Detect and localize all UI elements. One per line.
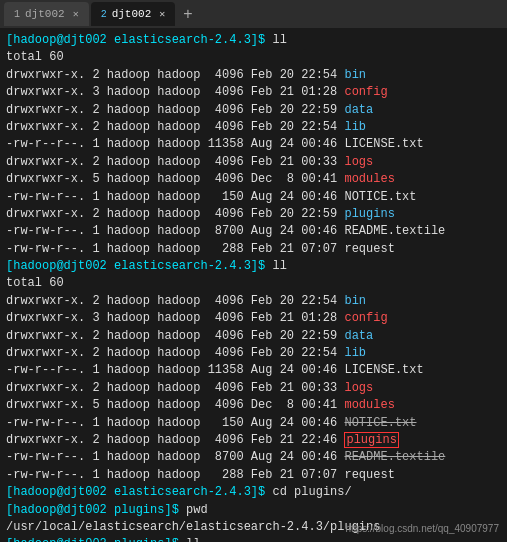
terminal-line: drwxrwxr-x. 5 hadoop hadoop 4096 Dec 8 0…	[6, 171, 501, 188]
tab-1[interactable]: 1 djt002 ✕	[4, 2, 89, 26]
terminal-line: -rw-rw-r--. 1 hadoop hadoop 288 Feb 21 0…	[6, 241, 501, 258]
terminal-line: -rw-r--r--. 1 hadoop hadoop 11358 Aug 24…	[6, 136, 501, 153]
terminal-line: -rw-rw-r--. 1 hadoop hadoop 150 Aug 24 0…	[6, 189, 501, 206]
tab-1-label: djt002	[25, 8, 65, 20]
new-tab-button[interactable]: +	[177, 6, 198, 22]
terminal-line: -rw-rw-r--. 1 hadoop hadoop 8700 Aug 24 …	[6, 449, 501, 466]
terminal-line: drwxrwxr-x. 5 hadoop hadoop 4096 Dec 8 0…	[6, 397, 501, 414]
terminal-line: drwxrwxr-x. 2 hadoop hadoop 4096 Feb 20 …	[6, 328, 501, 345]
terminal-line: -rw-rw-r--. 1 hadoop hadoop 8700 Aug 24 …	[6, 223, 501, 240]
terminal-line: drwxrwxr-x. 3 hadoop hadoop 4096 Feb 21 …	[6, 84, 501, 101]
tab-2[interactable]: 2 djt002 ✕	[91, 2, 176, 26]
watermark: https://blog.csdn.net/qq_40907977	[346, 522, 499, 537]
terminal-line: -rw-rw-r--. 1 hadoop hadoop 150 Aug 24 0…	[6, 415, 501, 432]
terminal-line: [hadoop@djt002 plugins]$ ll	[6, 536, 501, 542]
terminal-line: drwxrwxr-x. 2 hadoop hadoop 4096 Feb 21 …	[6, 380, 501, 397]
terminal-line: [hadoop@djt002 elasticsearch-2.4.3]$ ll	[6, 32, 501, 49]
tab-2-close-icon[interactable]: ✕	[159, 8, 165, 20]
terminal-line: drwxrwxr-x. 2 hadoop hadoop 4096 Feb 21 …	[6, 432, 501, 449]
terminal-line: total 60	[6, 275, 501, 292]
terminal-line: -rw-rw-r--. 1 hadoop hadoop 288 Feb 21 0…	[6, 467, 501, 484]
terminal-line: drwxrwxr-x. 3 hadoop hadoop 4096 Feb 21 …	[6, 310, 501, 327]
terminal-line: [hadoop@djt002 elasticsearch-2.4.3]$ cd …	[6, 484, 501, 501]
terminal-line: drwxrwxr-x. 2 hadoop hadoop 4096 Feb 21 …	[6, 154, 501, 171]
tab-2-number: 2	[101, 9, 107, 20]
terminal-line: drwxrwxr-x. 2 hadoop hadoop 4096 Feb 20 …	[6, 119, 501, 136]
tab-1-number: 1	[14, 9, 20, 20]
terminal-line: -rw-r--r--. 1 hadoop hadoop 11358 Aug 24…	[6, 362, 501, 379]
terminal-window: 1 djt002 ✕ 2 djt002 ✕ + [hadoop@djt002 e…	[0, 0, 507, 542]
tab-bar: 1 djt002 ✕ 2 djt002 ✕ +	[0, 0, 507, 28]
tab-1-close-icon[interactable]: ✕	[73, 8, 79, 20]
terminal-line: drwxrwxr-x. 2 hadoop hadoop 4096 Feb 20 …	[6, 102, 501, 119]
terminal-line: drwxrwxr-x. 2 hadoop hadoop 4096 Feb 20 …	[6, 206, 501, 223]
terminal-line: [hadoop@djt002 elasticsearch-2.4.3]$ ll	[6, 258, 501, 275]
terminal-line: [hadoop@djt002 plugins]$ pwd	[6, 502, 501, 519]
terminal-line: total 60	[6, 49, 501, 66]
terminal-line: drwxrwxr-x. 2 hadoop hadoop 4096 Feb 20 …	[6, 67, 501, 84]
terminal-line: drwxrwxr-x. 2 hadoop hadoop 4096 Feb 20 …	[6, 293, 501, 310]
terminal-body: [hadoop@djt002 elasticsearch-2.4.3]$ llt…	[0, 28, 507, 542]
tab-2-label: djt002	[112, 8, 152, 20]
terminal-line: drwxrwxr-x. 2 hadoop hadoop 4096 Feb 20 …	[6, 345, 501, 362]
